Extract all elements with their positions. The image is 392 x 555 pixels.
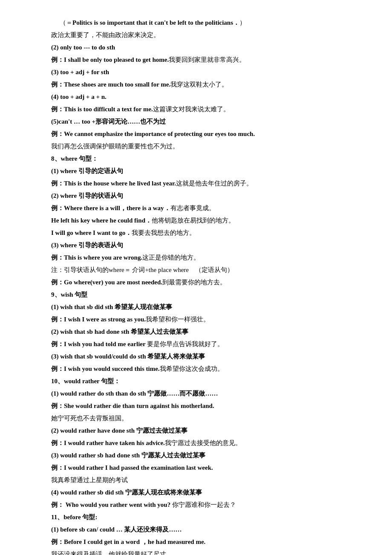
line16-text: Where there is a will，there is a way．有志者… [64, 205, 215, 211]
line21-text: 注：引导状语从句的where＝ 介词+the place where （定语从句… [51, 266, 233, 273]
line5-text: (3) too + adj + for sth [51, 69, 109, 75]
line17-text: He left his key where he could find．他将钥匙… [51, 217, 235, 224]
line34-text: (2) would rather have done sth 宁愿过去做过某事 [51, 427, 187, 434]
line4-text: I shall be only too pleased to get home.… [64, 56, 245, 63]
line25-text: I wish I were as strong as you.我希望和你一样强壮… [64, 316, 210, 323]
line22-text: Go where(ver) you are most needed.到最需要你的… [64, 279, 226, 286]
line35-label: 例： [51, 439, 64, 446]
line19-text: (3) where 引导的表语从句 [51, 242, 123, 249]
line34: (2) would rather have done sth 宁愿过去做过某事 [51, 425, 358, 436]
line21: 注：引导状语从句的where＝ 介词+the place where （定语从句… [51, 264, 358, 276]
line15: (2) where 引导的状语从句 [51, 190, 358, 202]
line11-text: 我们再怎么强调保护眼睛的重要性也不为过。 [51, 143, 179, 150]
line41-text: 11、before 句型: [51, 514, 97, 520]
line44-text: 我还没来得及插话，他就给我量好了尺寸 [51, 551, 166, 555]
line13-text: (1) where 引导的定语从句 [51, 168, 123, 174]
line31: (1) would rather do sth than do sth 宁愿做…… [51, 388, 358, 399]
line3: (2) only too --- to do sth [51, 42, 358, 53]
line31-text: (1) would rather do sth than do sth 宁愿做…… [51, 390, 218, 397]
line20-text: This is where you are wrong.这正是你错的地方。 [64, 254, 200, 261]
line37-label: 例： [51, 464, 64, 471]
line27-label: 例： [51, 341, 64, 347]
line37-text: I would rather I had passed the examinat… [64, 464, 213, 471]
line28-text: (3) wish that sb would/could do sth 希望某人… [51, 353, 205, 360]
line40-label: 例： [51, 501, 64, 508]
line26: (2) wish that sb had done sth 希望某人过去做某事 [51, 326, 358, 338]
line1: （＝Politics is so important that it can't… [51, 17, 358, 29]
line12: 8、where 句型： [51, 153, 358, 165]
line8: 例：This is too difficult a text for me.这篇… [51, 104, 358, 115]
line20-label: 例： [51, 254, 64, 261]
line9: (5)can't … too +形容词无论……也不为过 [51, 116, 358, 127]
line29-text: I wish you would succeed this time.我希望你这… [64, 365, 224, 372]
line40-text: Who would you rather went with you? 你宁愿谁… [64, 501, 236, 508]
line4-label: 例： [51, 56, 64, 63]
line22: 例：Go where(ver) you are most needed.到最需要… [51, 277, 358, 288]
line42-text: (1) before sb can/ could … 某人还没来得及…… [51, 526, 182, 533]
line29: 例：I wish you would succeed this time.我希望… [51, 363, 358, 375]
line8-text: This is too difficult a text for me.这篇课文… [64, 106, 230, 113]
line16-label: 例： [51, 205, 64, 211]
line14-label: 例： [51, 180, 64, 187]
line15-text: (2) where 引导的状语从句 [51, 192, 123, 199]
line10-text: We cannot emphasize the importance of pr… [64, 130, 255, 137]
line26-text: (2) wish that sb had done sth 希望某人过去做某事 [51, 328, 188, 335]
line27: 例：I wish you had told me earlier 要是你早点告诉… [51, 338, 358, 350]
line6-text: These shoes are much too small for me.我穿… [64, 81, 228, 88]
line42: (1) before sb can/ could … 某人还没来得及…… [51, 524, 358, 535]
line24: (1) wish that sb did sth 希望某人现在做某事 [51, 301, 358, 313]
line6-label: 例： [51, 81, 64, 88]
line32-label: 例： [51, 402, 64, 409]
line13: (1) where 引导的定语从句 [51, 165, 358, 177]
line28: (3) wish that sb would/could do sth 希望某人… [51, 351, 358, 362]
line12-text: 8、where 句型： [51, 155, 98, 162]
line35: 例：I would rather have taken his advice.我… [51, 437, 358, 449]
line11: 我们再怎么强调保护眼睛的重要性也不为过。 [51, 141, 358, 152]
line7: (4) too + adj + a + n. [51, 91, 358, 103]
line43-label: 例： [51, 538, 64, 545]
line35-text: I would rather have taken his advice.我宁愿… [64, 439, 242, 446]
line23: 9、wish 句型 [51, 289, 358, 301]
line36-text: (3) would rather sb had done sth 宁愿某人过去做… [51, 452, 205, 459]
line38: 我真希望通过上星期的考试 [51, 474, 358, 486]
line32: 例：She would rather die than turn against… [51, 400, 358, 412]
line32-text: She would rather die than turn against h… [64, 402, 214, 409]
line10: 例：We cannot emphasize the importance of … [51, 128, 358, 140]
line17: He left his key where he could find．他将钥匙… [51, 215, 358, 226]
line37: 例：I would rather I had passed the examin… [51, 462, 358, 474]
line20: 例：This is where you are wrong.这正是你错的地方。 [51, 252, 358, 263]
line16: 例：Where there is a will，there is a way．有… [51, 202, 358, 214]
line30: 10、would rather 句型： [51, 376, 358, 387]
line25: 例：I wish I were as strong as you.我希望和你一样… [51, 314, 358, 325]
line44: 我还没来得及插话，他就给我量好了尺寸 [51, 549, 358, 555]
line33: 她宁可死也不去背叛祖国。 [51, 413, 358, 424]
line29-label: 例： [51, 365, 64, 372]
line41: 11、before 句型: [51, 512, 358, 523]
line1-text: （＝Politics is so important that it can't… [60, 19, 246, 26]
line14-text: This is the house where he lived last ye… [64, 180, 253, 187]
line2-text: 政治太重要了，不能由政治家来决定。 [51, 32, 160, 38]
line39: (4) would rather sb did sth 宁愿某人现在或将来做某事 [51, 487, 358, 498]
line23-text: 9、wish 句型 [51, 291, 87, 298]
line10-label: 例： [51, 130, 64, 137]
line43-text: Before I could get in a word ，he had mea… [64, 538, 205, 545]
line2: 政治太重要了，不能由政治家来决定。 [51, 29, 358, 41]
line3-text: (2) only too --- to do sth [51, 44, 115, 51]
line27-text: I wish you had told me earlier 要是你早点告诉我就… [64, 341, 224, 347]
line22-label: 例： [51, 279, 64, 286]
line18: I will go where I want to go．我要去我想去的地方。 [51, 227, 358, 239]
main-content: （＝Politics is so important that it can't… [51, 17, 358, 555]
line6: 例：These shoes are much too small for me.… [51, 79, 358, 90]
line9-text: (5)can't … too +形容词无论……也不为过 [51, 118, 166, 125]
line14: 例：This is the house where he lived last … [51, 178, 358, 189]
line36: (3) would rather sb had done sth 宁愿某人过去做… [51, 450, 358, 461]
line18-text: I will go where I want to go．我要去我想去的地方。 [51, 229, 196, 236]
line38-text: 我真希望通过上星期的考试 [51, 477, 128, 483]
line5: (3) too + adj + for sth [51, 66, 358, 78]
line4: 例：I shall be only too pleased to get hom… [51, 54, 358, 66]
line19: (3) where 引导的表语从句 [51, 240, 358, 251]
line8-label: 例： [51, 106, 64, 113]
line30-text: 10、would rather 句型： [51, 378, 120, 384]
line43: 例：Before I could get in a word ，he had m… [51, 536, 358, 548]
line7-text: (4) too + adj + a + n. [51, 93, 107, 100]
